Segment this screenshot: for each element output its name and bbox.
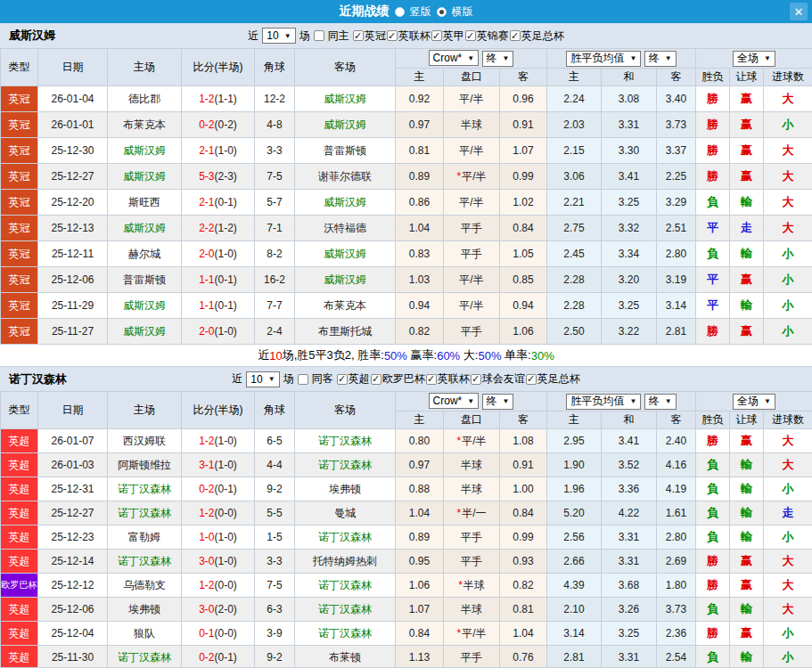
- home-team: 威斯汉姆: [108, 138, 182, 164]
- odds-home: 1.04: [396, 501, 444, 525]
- corners: 16-2: [255, 267, 295, 293]
- avg-final-select[interactable]: 终▼: [644, 51, 677, 67]
- result: 平: [696, 216, 730, 241]
- league-checkbox[interactable]: [371, 374, 381, 385]
- league-badge: 英冠: [1, 86, 38, 112]
- league-checkbox[interactable]: [471, 374, 481, 385]
- match-row: 英冠25-11-29威斯汉姆1-1(0-1)7-7布莱克本0.94平/半0.94…: [1, 293, 812, 319]
- section-nottingham-forest: 诺丁汉森林 近 10▼ 场 同客 英超欧罗巴杯英联杯球会友谊英足总杯 类型 日期: [0, 367, 812, 668]
- avg-away: 2.81: [657, 319, 696, 345]
- league-checkbox[interactable]: [465, 30, 476, 41]
- same-away-checkbox[interactable]: [298, 374, 308, 385]
- score: 2-1(1-0): [182, 138, 255, 164]
- league-checkbox[interactable]: [353, 30, 364, 41]
- league-checkbox[interactable]: [387, 30, 398, 41]
- odds-home: 0.84: [396, 622, 444, 646]
- league-checkbox[interactable]: [337, 374, 348, 385]
- handicap-result: 赢: [730, 267, 764, 293]
- league-checkbox-group: 英冠英联杯英甲英锦赛英足总杯: [353, 29, 564, 44]
- away-team: 布里斯托城: [295, 319, 396, 345]
- home-team: 诺丁汉森林: [108, 501, 182, 525]
- col-result: 胜负: [696, 69, 730, 86]
- match-count-select[interactable]: 10▼: [246, 371, 279, 387]
- handicap: 平/半: [444, 138, 500, 164]
- handicap-result: 赢: [730, 319, 764, 345]
- result: 負: [696, 598, 730, 622]
- league-checkbox[interactable]: [510, 30, 521, 41]
- avg-home: 5.20: [547, 501, 602, 525]
- handicap: 平手: [444, 319, 500, 345]
- avg-away: 4.19: [657, 477, 696, 501]
- goals-result: 小: [764, 319, 812, 345]
- col-corners: 角球: [255, 49, 295, 86]
- scope-select[interactable]: 全场▼: [733, 394, 775, 410]
- same-home-checkbox[interactable]: [314, 30, 324, 41]
- handicap: 平手: [444, 525, 500, 550]
- away-team: 布莱克本: [295, 293, 396, 319]
- match-date: 25-11-27: [38, 319, 108, 345]
- odds-home: 0.89: [396, 164, 444, 190]
- handicap: *平/半: [444, 622, 500, 646]
- odds-source-select[interactable]: Crow*▼: [429, 50, 480, 66]
- odds-away: 1.02: [500, 190, 547, 216]
- odds-final-select[interactable]: 终▼: [482, 394, 514, 410]
- match-date: 25-12-23: [38, 525, 108, 550]
- handicap-result: 赢: [730, 574, 764, 598]
- odds-away: 0.81: [500, 598, 547, 622]
- summary-part: 50%: [384, 349, 407, 363]
- away-team: 曼城: [295, 501, 396, 525]
- avg-away: 1.61: [657, 501, 696, 525]
- league-checkbox[interactable]: [426, 374, 437, 385]
- away-team: 埃弗顿: [295, 477, 396, 501]
- goals-result: 大: [764, 550, 812, 574]
- horizontal-layout-radio[interactable]: [437, 7, 447, 17]
- summary-part: 近: [258, 347, 269, 363]
- score: 0-2(0-1): [182, 646, 255, 668]
- odds-away: 0.94: [500, 293, 547, 319]
- league-badge: 英冠: [1, 241, 38, 267]
- league-checkbox[interactable]: [526, 374, 537, 385]
- section-header: 威斯汉姆 近 10▼ 场 同主 英冠英联杯英甲英锦赛英足总杯: [0, 23, 812, 48]
- match-date: 25-12-04: [38, 622, 108, 646]
- avg-home: 2.45: [547, 241, 602, 267]
- avg-home: 2.50: [547, 319, 602, 345]
- odds-final-select[interactable]: 终▼: [482, 51, 514, 67]
- result: 平: [696, 293, 730, 319]
- col-odds-away: 客: [500, 411, 547, 429]
- avg-select[interactable]: 胜平负均值▼: [566, 51, 641, 67]
- away-team: 诺丁汉森林: [295, 598, 396, 622]
- away-team: 诺丁汉森林: [295, 622, 396, 646]
- league-checkbox[interactable]: [431, 30, 442, 41]
- col-goals: 进球数: [764, 411, 812, 429]
- scope-select[interactable]: 全场▼: [733, 51, 775, 67]
- chevron-down-icon: ▼: [503, 397, 510, 405]
- match-row: 英超25-12-04狼队0-1(0-0)3-9诺丁汉森林0.84*平/半1.04…: [1, 622, 812, 646]
- home-team: 赫尔城: [108, 241, 182, 267]
- avg-away: 3.19: [657, 267, 696, 293]
- odds-source-select[interactable]: Crow*▼: [429, 393, 480, 409]
- match-row: 英冠25-12-30威斯汉姆2-1(1-0)3-3普雷斯顿0.81平/半1.07…: [1, 138, 812, 164]
- corners: 6-3: [255, 598, 295, 622]
- avg-away: 3.14: [657, 293, 696, 319]
- goals-result: 小: [764, 646, 812, 668]
- odds-home: 1.06: [396, 574, 444, 598]
- avg-select[interactable]: 胜平负均值▼: [566, 394, 641, 410]
- match-row: 英冠25-11-27威斯汉姆2-0(1-0)2-4布里斯托城0.82平手1.06…: [1, 319, 812, 345]
- goals-result: 大: [764, 138, 812, 164]
- col-corners: 角球: [255, 392, 295, 429]
- away-team: 威斯汉姆: [295, 241, 396, 267]
- odds-away: 0.93: [500, 550, 547, 574]
- match-row: 英冠26-01-01布莱克本0-2(0-2)4-8威斯汉姆0.97半球0.912…: [1, 112, 812, 138]
- away-team: 诺丁汉森林: [295, 429, 396, 453]
- avg-home: 2.24: [547, 86, 602, 112]
- vertical-layout-radio[interactable]: [395, 7, 405, 17]
- close-icon[interactable]: ✕: [790, 3, 808, 20]
- league-badge: 英冠: [1, 112, 38, 138]
- match-count-select[interactable]: 10▼: [262, 28, 295, 44]
- avg-final-select[interactable]: 终▼: [644, 394, 677, 410]
- avg-away: 2.36: [657, 622, 696, 646]
- avg-draw: 4.22: [602, 501, 657, 525]
- scope-group-header: 全场▼: [696, 392, 812, 411]
- col-avg-away: 客: [657, 69, 696, 86]
- avg-home: 2.21: [547, 190, 602, 216]
